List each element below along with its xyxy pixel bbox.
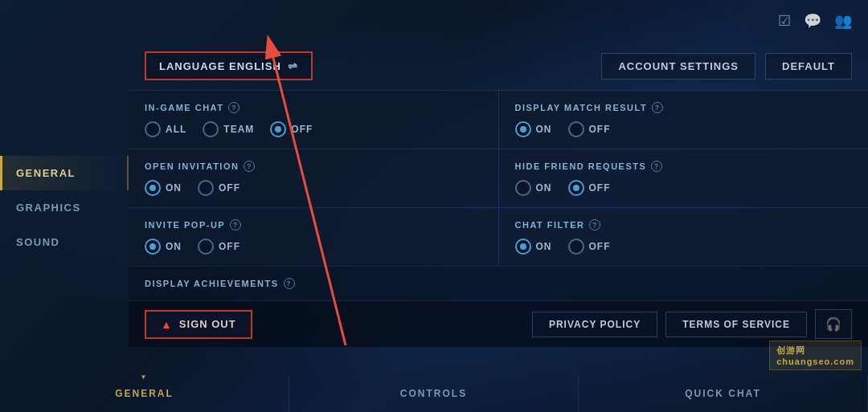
help-icon[interactable]: ? [228,102,240,113]
radio-option-on[interactable]: ON [515,121,552,137]
radio-option-off[interactable]: OFF [568,239,611,255]
radio-option-off[interactable]: OFF [198,239,240,255]
support-button[interactable]: 🎧 [815,309,852,339]
radio-off[interactable] [568,180,584,196]
language-icon: ⇌ [288,59,298,72]
bottom-nav-controls[interactable]: CONTROLS [289,375,579,412]
radio-team[interactable] [203,121,219,137]
sidebar-item-general[interactable]: GENERAL [0,156,128,190]
help-icon[interactable]: ? [230,219,241,230]
radio-option-on[interactable]: ON [515,239,552,255]
help-icon[interactable]: ? [244,161,255,172]
privacy-policy-button[interactable]: PRIVACY POLICY [532,312,657,337]
hide-friend-options: ON OFF [515,180,853,196]
sidebar-item-graphics[interactable]: GRAPHICS [0,190,128,225]
sign-out-button[interactable]: ▲ SIGN OUT [145,310,252,339]
language-label: LANGUAGE ENGLISH [159,60,281,72]
content-area: GENERAL GRAPHICS SOUND LANGUAGE ENGLISH … [0,42,868,373]
settings-main: LANGUAGE ENGLISH ⇌ ACCOUNT SETTINGS DEFA… [129,42,868,373]
radio-option-off[interactable]: OFF [198,180,240,196]
warning-icon: ▲ [161,318,173,331]
radio-on[interactable] [515,180,531,196]
radio-on[interactable] [515,239,531,255]
account-settings-button[interactable]: ACCOUNT SETTINGS [601,53,755,80]
chat-icon[interactable]: 💬 [804,12,821,30]
help-icon[interactable]: ? [284,278,295,289]
bottom-nav-general[interactable]: GENERAL [0,375,289,412]
radio-option-off[interactable]: OFF [270,121,313,137]
section-hide-friend-requests: HIDE FRIEND REQUESTS ? ON OFF [499,149,869,207]
section-display-match-result: DISPLAY MATCH RESULT ? ON OFF [499,91,869,149]
radio-off[interactable] [568,121,584,137]
radio-on[interactable] [515,121,531,137]
section-chat-filter: CHAT FILTER ? ON OFF [499,208,869,266]
bottom-nav: GENERAL CONTROLS QUICK CHAT [0,373,868,412]
friends-icon[interactable]: 👥 [834,12,852,30]
in-game-chat-options: ALL TEAM OFF [145,121,482,137]
radio-option-team[interactable]: TEAM [203,121,254,137]
headset-icon: 🎧 [825,317,841,331]
help-icon[interactable]: ? [651,161,662,172]
radio-option-off[interactable]: OFF [568,121,611,137]
radio-option-off[interactable]: OFF [568,180,611,196]
radio-option-on[interactable]: ON [145,180,182,196]
bottom-nav-quick-chat[interactable]: QUICK CHAT [579,375,868,412]
open-invitation-options: ON OFF [145,180,482,196]
section-in-game-chat: IN-GAME CHAT ? ALL TEAM [129,91,498,149]
checklist-icon[interactable]: ☑ [778,12,791,30]
help-icon[interactable]: ? [589,219,600,230]
radio-option-on[interactable]: ON [515,180,552,196]
settings-grid: IN-GAME CHAT ? ALL TEAM [129,91,868,266]
radio-all[interactable] [145,121,161,137]
language-button[interactable]: LANGUAGE ENGLISH ⇌ [145,51,313,80]
display-match-options: ON OFF [515,121,853,137]
radio-option-on[interactable]: ON [145,239,182,255]
watermark: 创游网 chuangseo.com [769,341,862,370]
invite-popup-options: ON OFF [145,239,482,255]
radio-option-all[interactable]: ALL [145,121,186,137]
footer-actions: ▲ SIGN OUT PRIVACY POLICY TERMS OF SERVI… [129,300,868,347]
chat-filter-options: ON OFF [515,239,853,255]
radio-on[interactable] [145,180,161,196]
default-button[interactable]: DEFAULT [765,53,852,80]
section-invite-popup: INVITE POP-UP ? ON OFF [129,208,498,266]
radio-on[interactable] [145,239,161,255]
settings-topbar: LANGUAGE ENGLISH ⇌ ACCOUNT SETTINGS DEFA… [129,42,868,91]
terms-of-service-button[interactable]: TERMS OF SERVICE [665,312,807,337]
section-open-invitation: OPEN INVITATION ? ON OFF [129,149,498,207]
radio-off[interactable] [198,180,214,196]
radio-off[interactable] [270,121,286,137]
radio-off[interactable] [568,239,584,255]
header-icons: ☑ 💬 👥 [778,12,852,30]
display-achievements-section: DISPLAY ACHIEVEMENTS ? [129,266,868,300]
help-icon[interactable]: ? [652,102,663,113]
radio-off[interactable] [198,239,214,255]
sidebar-item-sound[interactable]: SOUND [0,225,128,259]
